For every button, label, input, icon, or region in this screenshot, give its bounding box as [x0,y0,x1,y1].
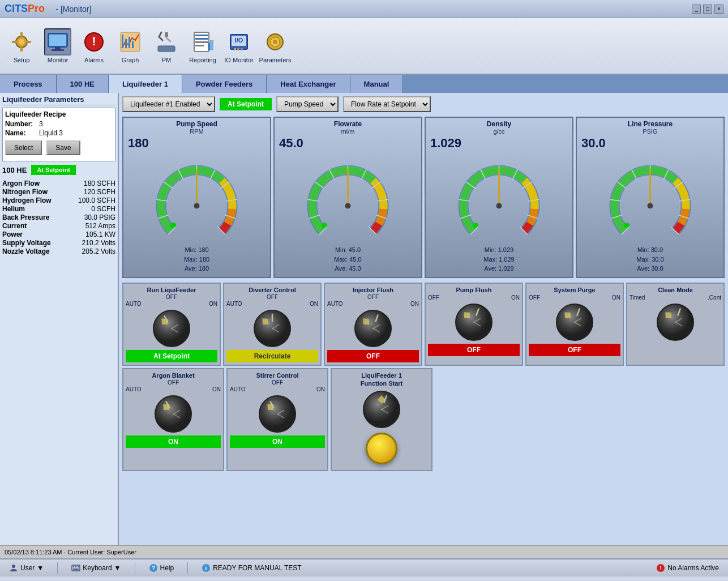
knob-labels-2: AUTO ON [327,301,419,307]
bottombar: User ▼ Keyboard ▼ ? Help i READY FOR MAN… [0,558,728,576]
user-menu[interactable]: User ▼ [9,563,44,573]
alarms-label: Alarms [84,57,104,63]
toolbar-pm[interactable]: PM [149,27,183,65]
knob-labels-6: AUTO ON [126,386,221,392]
knob-wrap-2[interactable] [327,309,419,348]
tab-liquifeeder1[interactable]: Liquifeeder 1 [109,75,182,93]
knob-subtitle-2: OFF [327,294,419,300]
liquifeeder-dropdown[interactable]: Liquifeeder #1 Enabled [122,96,215,112]
knob-wrap-4[interactable] [529,302,620,342]
main-area: Liquifeeder Parameters Liquifeeder Recip… [0,93,728,545]
knob-wrap-1[interactable] [226,309,318,348]
toolbar-graph[interactable]: Graph [113,27,147,65]
gauge-svg-0 [147,151,246,244]
pm-label: PM [162,57,172,63]
param-row-3: Helium0 SCFH [2,205,115,213]
gauge-title-1: Flowrate [277,120,419,128]
recipe-number-val: 3 [39,120,43,128]
tab-process[interactable]: Process [0,75,57,93]
knob-status-btn-3[interactable]: OFF [428,344,520,356]
reporting-icon [189,28,216,55]
gauge-value-1: 45.0 [277,136,419,151]
svg-point-78 [496,203,502,209]
toolbar-setup[interactable]: Setup [5,27,38,65]
knob-wrap-3[interactable] [428,302,520,342]
svg-rect-31 [234,48,236,50]
save-button[interactable]: Save [46,140,80,155]
knob-svg-1 [252,309,292,348]
tab-bar: Process 100 HE Liquifeeder 1 Powder Feed… [0,75,728,93]
tab-manual[interactable]: Manual [350,75,404,93]
pump-speed-dropdown[interactable]: Pump Speed [276,96,339,112]
knob-wrap-5[interactable] [629,302,721,342]
knob-title-0: Run LiquiFeeder [126,286,217,294]
knob-labels-7: AUTO ON [230,386,325,392]
gauge-card-1: Flowrate ml/m 45.0 [273,117,422,278]
gauge-svg-1 [298,151,397,244]
svg-rect-4 [12,41,16,43]
param-row-2: Hydrogen Flow100.0 SCFH [2,196,115,204]
tab-heat-exchanger[interactable]: Heat Exchanger [267,75,350,93]
ready-label: READY FOR MANUAL TEST [213,564,301,572]
knob-status-btn-2[interactable]: OFF [327,350,419,362]
knob-wrap-8[interactable] [334,390,429,429]
select-button[interactable]: Select [5,140,42,155]
knob-wrap-6[interactable] [126,394,221,434]
tab-powder-feeders[interactable]: Powder Feeders [182,75,267,93]
knob-wrap-7[interactable] [230,394,325,434]
knob-labels-5: Timed .Cont [629,294,721,301]
maximize-button[interactable]: □ [703,5,712,14]
param-row-7: Supply Voltage210.2 Volts [2,239,115,247]
toolbar-alarms[interactable]: ! Alarms [77,27,111,65]
knob-subtitle-6: OFF [126,379,221,386]
toolbar-io-monitor[interactable]: I/O IO Monitor [222,27,256,65]
toolbar: Setup Monitor ! Alarms Graph PM Reportin… [0,18,728,75]
svg-rect-23 [195,38,208,40]
gauge-subtitle-0: RPM [126,128,268,135]
recipe-name-key: Name: [5,129,39,137]
svg-rect-5 [27,41,31,43]
knob-subtitle-0: OFF [126,294,217,300]
svg-rect-16 [132,41,134,48]
knob-title-1: Diverter Control [226,286,318,294]
function-start-btn-8[interactable] [366,433,397,464]
recipe-name-val: Liquid 3 [39,129,63,137]
svg-rect-15 [129,37,130,48]
knob-labels-1: AUTO ON [226,301,318,307]
sep2 [135,562,135,574]
recipe-buttons: Select Save [5,140,113,155]
recipe-section: Liquifeeder Recipe Number: 3 Name: Liqui… [2,108,115,161]
svg-rect-132 [75,566,76,567]
toolbar-reporting[interactable]: Reporting [186,27,220,65]
toolbar-parameters[interactable]: Parameters [258,27,292,65]
func-btn-wrap-8 [334,433,429,464]
close-button[interactable]: × [714,5,723,14]
svg-rect-13 [122,35,123,48]
keyboard-menu[interactable]: Keyboard ▼ [71,563,121,573]
svg-rect-14 [125,39,127,48]
minimize-button[interactable]: _ [692,5,701,14]
knob-title-6: Argon Blanket [126,371,221,379]
knob-svg-5 [656,302,695,342]
svg-point-50 [194,203,200,209]
knob-status-btn-4[interactable]: OFF [529,344,620,356]
status-text: 05/02/13 8:11:23 AM - Current User: Supe… [5,549,136,556]
knob-wrap-0[interactable] [126,309,217,348]
knob-status-btn-0[interactable]: At Setpoint [126,350,217,362]
knob-title-2: Injector Flush [327,286,419,294]
svg-rect-3 [20,47,23,52]
setup-label: Setup [14,57,30,63]
knob-card-0: Run LiquiFeeder OFF AUTO ON At Setpoint [122,283,221,366]
knob-status-btn-6[interactable]: ON [126,435,221,448]
monitor-icon [44,28,71,55]
knob-spacer-3 [435,368,530,472]
knob-status-btn-7[interactable]: ON [230,435,325,448]
knob-status-btn-1[interactable]: Recirculate [226,350,318,362]
svg-rect-18 [158,46,175,52]
toolbar-monitor[interactable]: Monitor [41,27,75,65]
tab-100he[interactable]: 100 HE [57,75,109,93]
gauge-svg-wrap-2 [428,151,570,244]
help-menu[interactable]: ? Help [149,563,174,573]
flow-rate-dropdown[interactable]: Flow Rate at Setpoint [343,96,431,112]
svg-rect-33 [241,48,243,50]
